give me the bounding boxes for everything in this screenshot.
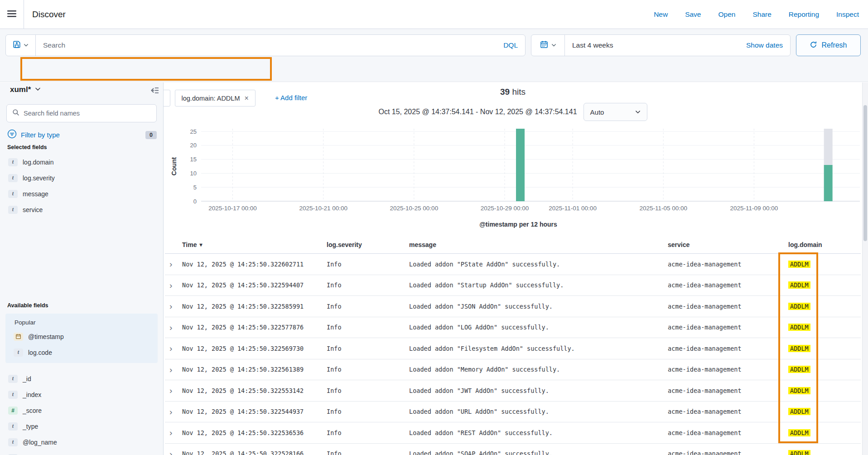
field-item-score[interactable]: #_score	[0, 402, 164, 418]
expand-row-icon[interactable]: ›	[165, 450, 179, 455]
table-row[interactable]: ›Nov 12, 2025 @ 14:25:50.322544937InfoLo…	[165, 402, 861, 423]
header-action-reporting[interactable]: Reporting	[789, 10, 819, 19]
field-name: _index	[23, 391, 41, 398]
expand-row-icon[interactable]: ›	[165, 344, 179, 353]
field-item-logdomain[interactable]: tlog.domain	[0, 154, 164, 170]
column-header-message[interactable]: message	[406, 241, 665, 248]
popular-fields-list: @timestamptlog.code	[5, 329, 158, 360]
popular-fields-section: Popular @timestamptlog.code	[5, 314, 158, 363]
field-item-service[interactable]: tservice	[0, 202, 164, 218]
text-field-icon: t	[8, 174, 18, 182]
table-row[interactable]: ›Nov 12, 2025 @ 14:25:50.322585991InfoLo…	[165, 296, 861, 317]
expand-row-icon[interactable]: ›	[165, 302, 179, 310]
table-row[interactable]: ›Nov 12, 2025 @ 14:25:50.322553142InfoLo…	[165, 380, 861, 402]
histogram-bar[interactable]	[824, 165, 833, 201]
quick-select-menu-button[interactable]	[531, 35, 565, 56]
field-item-logseverity[interactable]: tlog.severity	[0, 170, 164, 186]
sort-desc-icon[interactable]: ▾	[199, 242, 202, 248]
table-row[interactable]: ›Nov 12, 2025 @ 14:25:50.322602711InfoLo…	[165, 254, 861, 275]
message-cell: Loaded addon "LOG_AddOn" successfully.	[406, 324, 665, 331]
filter-icon	[7, 129, 17, 140]
header-actions: NewSaveOpenShareReportingInspect	[654, 10, 868, 19]
field-item-message[interactable]: tmessage	[0, 186, 164, 202]
expand-row-icon[interactable]: ›	[165, 260, 179, 268]
query-language-button[interactable]: DQL	[496, 41, 525, 49]
table-row[interactable]: ›Nov 12, 2025 @ 14:25:50.322594407InfoLo…	[165, 275, 861, 296]
interval-select[interactable]: Auto	[583, 103, 647, 121]
column-header-time[interactable]: Time▾	[179, 241, 324, 248]
header-action-open[interactable]: Open	[719, 10, 736, 19]
table-body: ›Nov 12, 2025 @ 14:25:50.322602711InfoLo…	[165, 254, 861, 455]
expand-row-icon[interactable]: ›	[165, 407, 179, 416]
field-item-type[interactable]: t_type	[0, 418, 164, 434]
hits-count: 39	[500, 87, 510, 97]
field-item-id[interactable]: t_id	[0, 371, 164, 387]
histogram-bar[interactable]	[516, 129, 525, 201]
page-scrollbar[interactable]	[862, 82, 868, 455]
time-cell: Nov 12, 2025 @ 14:25:50.322544937	[179, 408, 324, 415]
field-item-timestamp[interactable]: @timestamp	[5, 329, 158, 344]
hits-label: hits	[512, 87, 526, 97]
header-action-new[interactable]: New	[654, 10, 668, 19]
field-search-input[interactable]	[24, 110, 151, 117]
show-dates-button[interactable]: Show dates	[746, 41, 790, 49]
text-field-icon: t	[8, 438, 18, 446]
field-item-index[interactable]: t_index	[0, 387, 164, 402]
selected-fields-heading: Selected fields	[7, 144, 47, 150]
expand-row-icon[interactable]: ›	[165, 428, 179, 437]
field-item-channel[interactable]: tchannel	[0, 450, 164, 455]
refresh-button[interactable]: Refresh	[796, 34, 861, 56]
table-row[interactable]: ›Nov 12, 2025 @ 14:25:50.322561389InfoLo…	[165, 359, 861, 381]
time-cell: Nov 12, 2025 @ 14:25:50.322594407	[179, 281, 324, 289]
interval-value: Auto	[590, 108, 604, 116]
service-cell: acme-idea-management	[665, 261, 786, 268]
refresh-label: Refresh	[821, 41, 847, 49]
table-row[interactable]: ›Nov 12, 2025 @ 14:25:50.322528166InfoLo…	[165, 444, 861, 455]
field-name: _id	[23, 375, 31, 382]
column-header-log-severity[interactable]: log.severity	[324, 241, 406, 248]
expand-row-icon[interactable]: ›	[165, 281, 179, 290]
x-axis-title: @timestamp per 12 hours	[428, 221, 609, 228]
saved-query-menu-button[interactable]	[6, 35, 36, 56]
field-search-box	[6, 104, 157, 122]
field-item-logcode[interactable]: tlog.code	[5, 344, 158, 360]
histogram-chart[interactable]: 05101520252025-10-17 00:002025-10-21 00:…	[165, 122, 868, 218]
x-tick-label: 2025-10-21 00:00	[299, 205, 347, 212]
column-header-log-domain[interactable]: log.domain	[786, 241, 861, 248]
filter-by-type-button[interactable]: Filter by type 0	[7, 129, 157, 140]
histogram-bar-partial[interactable]	[824, 129, 833, 165]
date-field-icon	[14, 333, 23, 341]
index-pattern-selector[interactable]: xuml*	[10, 85, 41, 94]
header-action-share[interactable]: Share	[752, 10, 771, 19]
time-range-value[interactable]: Last 4 weeks	[565, 41, 613, 49]
header-action-save[interactable]: Save	[685, 10, 701, 19]
collapse-sidebar-icon[interactable]	[150, 86, 159, 97]
table-row[interactable]: ›Nov 12, 2025 @ 14:25:50.322536536InfoLo…	[165, 422, 861, 444]
x-tick-label: 2025-11-09 00:00	[730, 205, 778, 212]
text-field-icon: t	[14, 349, 23, 357]
highlighted-domain-value: ADDLM	[788, 345, 810, 352]
search-input[interactable]	[36, 41, 496, 49]
field-item-logname[interactable]: t@log_name	[0, 434, 164, 450]
severity-cell: Info	[324, 261, 406, 268]
severity-cell: Info	[324, 408, 406, 415]
time-cell: Nov 12, 2025 @ 14:25:50.322553142	[179, 387, 324, 394]
time-cell: Nov 12, 2025 @ 14:25:50.322585991	[179, 303, 324, 310]
scrollbar-thumb[interactable]	[863, 105, 867, 241]
column-header-service[interactable]: service	[665, 241, 786, 248]
table-row[interactable]: ›Nov 12, 2025 @ 14:25:50.322577876InfoLo…	[165, 317, 861, 339]
main-menu-button[interactable]	[0, 0, 24, 29]
text-field-icon: t	[8, 190, 18, 198]
expand-row-icon[interactable]: ›	[165, 323, 179, 332]
expand-row-icon[interactable]: ›	[165, 365, 179, 374]
service-cell: acme-idea-management	[665, 408, 786, 415]
domain-cell: ADDLM	[786, 303, 861, 310]
highlighted-domain-value: ADDLM	[788, 281, 810, 289]
y-tick-label: 10	[190, 170, 197, 177]
service-cell: acme-idea-management	[665, 303, 786, 310]
domain-cell: ADDLM	[786, 281, 861, 289]
header-action-inspect[interactable]: Inspect	[836, 10, 859, 19]
table-row[interactable]: ›Nov 12, 2025 @ 14:25:50.322569730InfoLo…	[165, 338, 861, 359]
severity-cell: Info	[324, 281, 406, 289]
expand-row-icon[interactable]: ›	[165, 386, 179, 395]
